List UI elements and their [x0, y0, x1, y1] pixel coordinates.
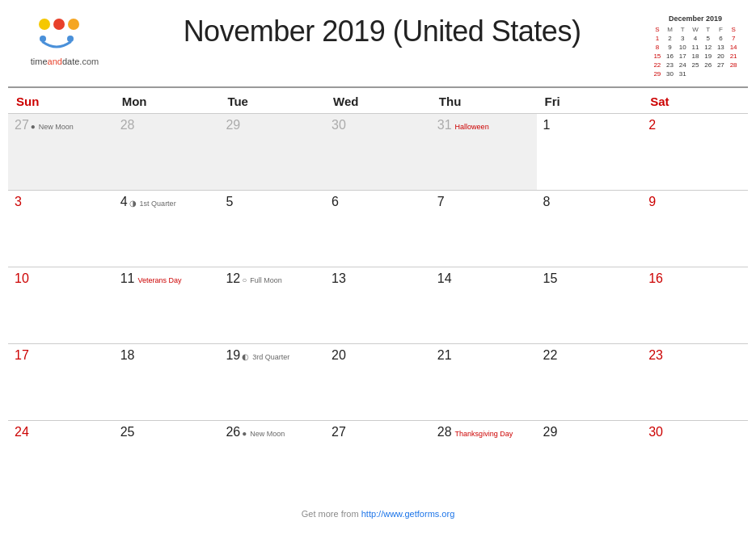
calendar-day-cell: 24 — [8, 421, 114, 498]
day-number: 1 — [543, 118, 551, 132]
calendar-day-cell: 27●New Moon — [8, 114, 114, 191]
day-number: 18 — [120, 348, 135, 363]
title-area: November 2019 (United States) — [113, 15, 651, 48]
mini-cal-day — [727, 69, 740, 78]
mini-cal-day: 6 — [715, 34, 728, 43]
calendar-day-cell: 13 — [325, 267, 431, 344]
day-header-row: 29 — [226, 118, 319, 132]
mini-calendar: December 2019 S M T W T F S 123456789101… — [651, 15, 740, 78]
day-header-row: 15 — [543, 271, 636, 286]
moon-icon: ○ — [242, 275, 247, 284]
calendar-day-cell: 15 — [537, 267, 643, 344]
day-number: 17 — [15, 348, 29, 363]
day-header-row: 2 — [648, 118, 741, 132]
mini-col-thu: T — [702, 25, 715, 34]
mini-cal-day: 14 — [727, 43, 740, 52]
calendar-day-cell: 23 — [642, 344, 748, 421]
day-header-row: 16 — [648, 271, 741, 286]
day-header-row: 10 — [15, 271, 108, 286]
calendar-day-cell: 18 — [114, 344, 220, 421]
day-number: 11 — [120, 271, 135, 286]
day-header-row: 12○Full Moon — [226, 271, 319, 286]
calendar-day-cell: 7 — [431, 191, 537, 267]
moon-label: Full Moon — [250, 276, 282, 284]
header-fri: Fri — [537, 87, 643, 114]
day-number: 23 — [648, 348, 663, 363]
day-header-row: 4◑1st Quarter — [120, 195, 213, 209]
page-title: November 2019 (United States) — [113, 15, 651, 48]
mini-cal-day: 20 — [715, 52, 728, 61]
moon-label: 3rd Quarter — [252, 353, 289, 361]
day-header-row: 7 — [437, 195, 530, 209]
mini-cal-day: 9 — [664, 43, 677, 52]
day-header-row: 30 — [332, 118, 424, 132]
day-number: 30 — [648, 425, 663, 439]
svg-point-1 — [53, 19, 65, 30]
mini-cal-day: 11 — [689, 43, 702, 52]
calendar-day-cell: 2 — [642, 114, 748, 191]
calendar-day-cell: 17 — [8, 344, 114, 421]
mini-cal-day: 22 — [651, 61, 664, 69]
day-header-row: 6 — [332, 195, 424, 209]
day-header-row: 14 — [437, 271, 530, 286]
day-number: 12 — [226, 271, 240, 286]
calendar-day-cell: 4◑1st Quarter — [114, 191, 220, 267]
day-number: 15 — [543, 271, 558, 286]
mini-cal-day: 17 — [676, 52, 689, 61]
calendar-day-cell: 1 — [537, 114, 643, 191]
day-number: 28 — [437, 425, 452, 439]
mini-cal-day: 10 — [676, 43, 689, 52]
day-number: 14 — [437, 271, 452, 286]
calendar-day-cell: 8 — [537, 191, 643, 267]
header-tue: Tue — [219, 87, 325, 114]
day-number: 2 — [648, 118, 656, 132]
day-header-row: 9 — [648, 195, 741, 209]
logo-text: timeanddate.com — [31, 57, 99, 66]
day-number: 25 — [120, 425, 135, 439]
day-header-row: 3 — [15, 195, 108, 209]
calendar-week-row: 27●New Moon28293031Halloween12 — [8, 114, 748, 191]
day-header-row: 27●New Moon — [15, 118, 108, 132]
day-header-row: 30 — [648, 425, 741, 439]
calendar-day-cell: 28Thanksgiving Day — [431, 421, 537, 498]
mini-cal-day: 1 — [651, 34, 664, 43]
day-number: 10 — [15, 271, 29, 286]
calendar-day-cell: 12○Full Moon — [219, 267, 325, 344]
footer-link[interactable]: http://www.getforms.org — [361, 509, 455, 519]
day-number: 29 — [543, 425, 558, 439]
mini-col-tue: T — [676, 25, 689, 34]
day-header-row: 24 — [15, 425, 108, 439]
mini-col-mon: M — [664, 25, 677, 34]
day-number: 24 — [15, 425, 29, 439]
moon-label: New Moon — [39, 123, 74, 131]
calendar-week-row: 242526●New Moon2728Thanksgiving Day2930 — [8, 421, 748, 498]
day-number: 28 — [120, 118, 135, 132]
mini-col-wed: W — [689, 25, 702, 34]
mini-col-sun: S — [651, 25, 664, 34]
mini-cal-day: 25 — [689, 61, 702, 69]
calendar-header: Sun Mon Tue Wed Thu Fri Sat — [8, 87, 748, 114]
day-number: 27 — [332, 425, 346, 439]
calendar-day-cell: 6 — [325, 191, 431, 267]
mini-cal-day: 5 — [702, 34, 715, 43]
header-sat: Sat — [642, 87, 748, 114]
day-number: 29 — [226, 118, 240, 132]
mini-cal-day — [715, 69, 728, 78]
mini-col-fri: F — [715, 25, 728, 34]
mini-cal-day: 27 — [715, 61, 728, 69]
header-thu: Thu — [431, 87, 537, 114]
day-number: 5 — [226, 195, 233, 209]
moon-label: New Moon — [250, 430, 285, 438]
day-number: 30 — [332, 118, 346, 132]
mini-col-sat: S — [727, 25, 740, 34]
event-label: Thanksgiving Day — [455, 430, 513, 438]
day-header-row: 23 — [648, 348, 741, 363]
mini-cal-day: 28 — [727, 61, 740, 69]
moon-icon: ● — [242, 429, 247, 438]
moon-icon: ◑ — [129, 199, 137, 208]
day-header-row: 26●New Moon — [226, 425, 319, 439]
mini-cal-day: 23 — [664, 61, 677, 69]
day-header-row: 21 — [437, 348, 530, 363]
mini-cal-day — [689, 69, 702, 78]
footer-text: Get more from — [302, 509, 361, 519]
